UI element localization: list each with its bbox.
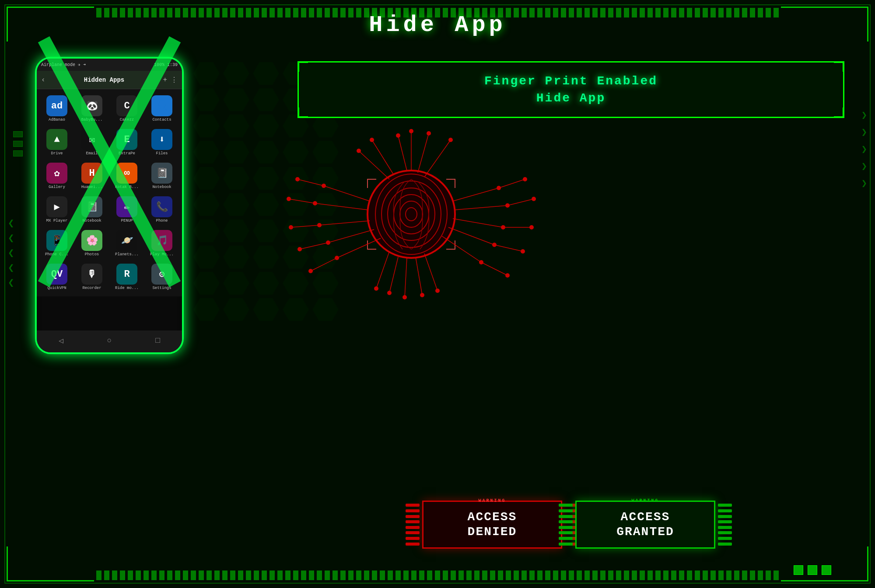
app-item[interactable]: ✉Email (75, 126, 108, 158)
right-deco: ❯ ❯ ❯ ❯ ❯ (861, 109, 867, 189)
app-item[interactable]: QVQuickVPN (40, 261, 74, 293)
phone-nav-bar: ◁ ○ □ (37, 331, 182, 352)
left-chevrons: ❮ ❮ ❮ ❮ ❮ (8, 219, 14, 289)
app-item[interactable]: 🌸Photos (75, 227, 108, 259)
back-nav-icon[interactable]: ◁ (59, 336, 63, 345)
fingerprint-svg (280, 122, 542, 306)
svg-line-51 (311, 258, 337, 271)
app-item[interactable]: 📓Notebook (145, 160, 178, 192)
bottom-dots (794, 565, 831, 575)
svg-line-57 (416, 257, 422, 295)
status-right: 100% 1:39 (154, 63, 178, 67)
denied-line1: ACCESS (468, 510, 517, 524)
back-icon[interactable]: ‹ (41, 76, 46, 84)
hud-corner-tr (781, 7, 868, 42)
phone-mockup: Airplane mode ✈ ➜ 100% 1:39 ‹ Hidden App… (35, 57, 184, 354)
svg-point-44 (295, 177, 300, 181)
svg-line-59 (424, 254, 438, 291)
fingerprint-title-box: Finger Print Enabled Hide App (298, 61, 844, 118)
page-title: Hide App (369, 12, 506, 38)
app-item[interactable]: 🪐Planets... (110, 227, 144, 259)
svg-point-8 (448, 138, 453, 142)
recents-nav-icon[interactable]: □ (155, 336, 160, 345)
app-item[interactable]: CCakezz (110, 93, 144, 125)
svg-point-10 (370, 138, 374, 142)
app-item[interactable]: 🎵Play Mu... (145, 227, 178, 259)
access-denied-box: WARNING ACCESS DENIED (422, 501, 562, 549)
svg-line-33 (324, 186, 370, 201)
dot-3 (822, 565, 831, 575)
access-denied-text: ACCESS DENIED (468, 510, 517, 539)
left-deco (13, 131, 23, 157)
more-icon[interactable]: ⋮ (171, 76, 178, 84)
status-left: Airplane mode ✈ ➜ (41, 62, 86, 67)
app-item[interactable]: ✿Gallery (40, 160, 74, 192)
phone-frame: Airplane mode ✈ ➜ 100% 1:39 ‹ Hidden App… (35, 57, 184, 354)
app-item[interactable]: ⬇Files (145, 126, 178, 158)
app-item[interactable]: RRide mo... (110, 261, 144, 293)
svg-line-1 (398, 136, 407, 170)
hud-corner-bl (7, 546, 94, 581)
svg-line-17 (453, 219, 503, 227)
app-item[interactable]: HHuawei... (75, 160, 108, 192)
svg-line-5 (418, 133, 429, 173)
corner-tr (834, 61, 844, 72)
granted-warning-text: WARNING (631, 498, 659, 503)
granted-line2: GRANTED (616, 525, 674, 539)
bottom-stripe (96, 571, 779, 580)
app-item[interactable]: 🐼BabyBu... (75, 93, 108, 125)
svg-line-41 (337, 238, 381, 258)
access-granted-text: ACCESS GRANTED (616, 510, 674, 539)
svg-line-49 (300, 243, 328, 249)
dot-1 (794, 565, 803, 575)
svg-line-9 (372, 140, 394, 175)
corner-tl (298, 61, 308, 72)
svg-point-4 (409, 129, 413, 133)
svg-point-24 (523, 177, 527, 181)
app-item[interactable]: ⚙Settings (145, 261, 178, 293)
hud-corner-tl (7, 7, 94, 42)
app-item[interactable]: ✏PENUP (110, 194, 144, 226)
app-item[interactable]: ∞Kotak B... (110, 160, 144, 192)
app-item[interactable]: EExtraPe (110, 126, 144, 158)
svg-line-13 (453, 188, 499, 201)
granted-line1: ACCESS (621, 510, 670, 524)
title-line1: Finger Print Enabled (484, 74, 658, 88)
svg-line-61 (376, 251, 389, 289)
hud-corner-br (781, 546, 868, 581)
svg-line-25 (508, 199, 534, 205)
app-item[interactable]: 📞Phone (145, 194, 178, 226)
svg-line-15 (455, 205, 508, 210)
title-line2: Hide App (536, 91, 606, 105)
svg-line-47 (291, 225, 319, 227)
home-nav-icon[interactable]: ○ (107, 336, 112, 345)
app-item[interactable]: ▲Drive (40, 126, 74, 158)
app-item[interactable]: ▶MX Player (40, 194, 74, 226)
svg-point-46 (287, 197, 291, 201)
access-granted-box: WARNING ACCESS GRANTED (575, 501, 715, 549)
add-icon[interactable]: + (163, 76, 167, 84)
access-boxes: WARNING ACCESS DENIED (289, 501, 849, 549)
svg-line-43 (298, 179, 324, 186)
app-item[interactable]: 🎙Recorder (75, 261, 108, 293)
svg-point-30 (521, 249, 525, 254)
corner-bl (298, 108, 308, 118)
denied-warning-text: WARNING (478, 498, 506, 503)
svg-line-7 (424, 140, 451, 177)
app-item[interactable]: 📱Phone C... (40, 227, 74, 259)
svg-point-50 (298, 247, 302, 251)
svg-point-52 (308, 269, 313, 273)
app-item[interactable]: 📓Notebook (75, 194, 108, 226)
svg-point-26 (532, 197, 536, 201)
svg-point-2 (396, 133, 400, 138)
dot-2 (808, 565, 817, 575)
svg-point-0 (368, 170, 455, 258)
svg-point-56 (402, 295, 407, 299)
app-item[interactable]: adAdBanao (40, 93, 74, 125)
svg-point-62 (374, 286, 378, 291)
svg-point-48 (289, 225, 293, 230)
svg-point-58 (420, 293, 424, 297)
svg-line-55 (405, 258, 407, 297)
app-item[interactable]: 👤Contacts (145, 93, 178, 125)
svg-line-37 (319, 221, 370, 225)
